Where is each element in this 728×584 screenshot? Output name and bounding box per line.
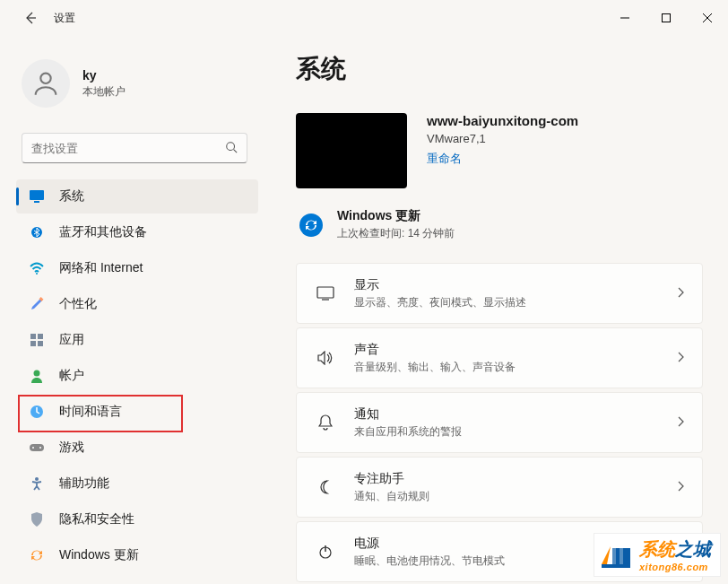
shield-icon [29,511,45,527]
setting-sub: 通知、自动规则 [354,489,677,504]
update-sub: 上次检查时间: 14 分钟前 [337,226,455,241]
sidebar-item-accessibility[interactable]: 辅助功能 [16,466,258,501]
sidebar-item-label: 辅助功能 [59,475,109,492]
back-button[interactable] [22,9,39,27]
sidebar-item-privacy[interactable]: 隐私和安全性 [16,502,258,536]
watermark-logo-icon [600,539,632,571]
maximize-button[interactable] [646,0,687,36]
svg-rect-22 [317,287,334,298]
setting-title: 声音 [354,342,677,358]
brush-icon [29,296,45,312]
gamepad-icon [29,440,45,456]
sidebar-item-apps[interactable]: 应用 [16,323,258,357]
windows-update-row[interactable]: Windows 更新 上次检查时间: 14 分钟前 [296,208,703,241]
svg-rect-28 [620,548,623,564]
setting-item-notifications[interactable]: 通知 来自应用和系统的警报 [296,392,703,453]
moon-icon [315,480,336,494]
rename-link[interactable]: 重命名 [427,151,578,167]
device-model: VMware7,1 [427,132,578,145]
chevron-right-icon [677,351,684,365]
sidebar-item-label: Windows 更新 [59,547,139,563]
page-title: 系统 [296,52,703,86]
sidebar-item-network[interactable]: 网络和 Internet [16,251,258,285]
svg-point-5 [227,142,235,150]
update-sync-icon [299,214,323,237]
sidebar-item-accounts[interactable]: 帐户 [16,359,258,393]
setting-sub: 音量级别、输出、输入、声音设备 [354,360,677,375]
setting-sub: 来自应用和系统的警报 [354,424,677,440]
window-title: 设置 [54,11,75,26]
chevron-right-icon [677,286,684,301]
search-input[interactable] [31,142,225,155]
svg-point-4 [40,74,50,83]
setting-title: 显示 [354,277,677,293]
sidebar-item-label: 隐私和安全性 [59,511,134,527]
account-block[interactable]: ky 本地帐户 [0,45,269,126]
setting-sub: 显示器、亮度、夜间模式、显示描述 [354,295,677,310]
sound-icon [315,351,336,365]
accessibility-icon [29,475,45,492]
svg-point-10 [36,273,38,275]
close-button[interactable] [687,0,728,36]
svg-point-21 [35,477,39,481]
watermark: 系统之城 xitong86.com [594,533,721,577]
svg-rect-15 [38,341,43,346]
setting-item-display[interactable]: 显示 显示器、亮度、夜间模式、显示描述 [296,263,703,324]
svg-rect-27 [612,548,616,564]
person-icon [29,368,45,384]
sidebar-item-label: 网络和 Internet [59,260,143,276]
sidebar-item-bluetooth[interactable]: 蓝牙和其他设备 [16,215,258,249]
sidebar-item-label: 蓝牙和其他设备 [59,224,147,240]
setting-item-focus[interactable]: 专注助手 通知、自动规则 [296,457,703,518]
power-icon [315,545,336,559]
sidebar-item-label: 时间和语言 [59,404,122,420]
svg-rect-12 [30,334,36,339]
bell-icon [315,414,336,431]
sidebar-item-update[interactable]: Windows 更新 [16,538,258,572]
apps-icon [29,332,45,348]
sidebar-item-time-language[interactable]: 时间和语言 [16,395,258,429]
update-icon [29,547,45,563]
svg-rect-14 [30,341,36,346]
sidebar-item-label: 应用 [59,332,84,348]
device-name: www-baiyunxitong-com [427,113,578,128]
svg-rect-13 [38,334,43,339]
sidebar-item-label: 游戏 [59,440,84,456]
bluetooth-icon [29,224,45,240]
chevron-right-icon [677,480,684,494]
svg-line-6 [234,149,238,153]
update-title: Windows 更新 [337,208,455,224]
avatar [22,59,70,108]
device-image [296,113,407,188]
minimize-button[interactable] [604,0,646,36]
display-icon [315,286,336,301]
setting-title: 专注助手 [354,471,677,487]
svg-rect-8 [34,201,39,203]
chevron-right-icon [677,415,684,430]
svg-rect-7 [30,190,44,200]
svg-point-16 [34,370,40,377]
sidebar-item-gaming[interactable]: 游戏 [16,431,258,465]
sidebar-item-system[interactable]: 系统 [16,179,258,214]
watermark-url: xitong86.com [639,562,711,572]
sidebar-item-personalization[interactable]: 个性化 [16,287,258,321]
search-box[interactable] [22,133,247,163]
svg-rect-1 [663,14,671,22]
clock-globe-icon [29,404,45,420]
watermark-text: 系统之城 [639,537,711,562]
system-icon [29,188,45,205]
sidebar-item-label: 帐户 [59,368,84,384]
svg-rect-18 [30,444,44,451]
wifi-icon [29,260,45,276]
svg-point-19 [32,447,34,449]
device-info-block: www-baiyunxitong-com VMware7,1 重命名 [296,113,703,188]
account-name: ky [82,68,126,83]
sidebar-item-label: 个性化 [59,296,97,312]
sidebar-item-label: 系统 [59,188,84,205]
setting-item-sound[interactable]: 声音 音量级别、输出、输入、声音设备 [296,327,703,388]
search-icon [225,141,238,156]
account-type: 本地帐户 [82,84,126,100]
setting-title: 通知 [354,406,677,423]
svg-point-20 [39,447,41,449]
